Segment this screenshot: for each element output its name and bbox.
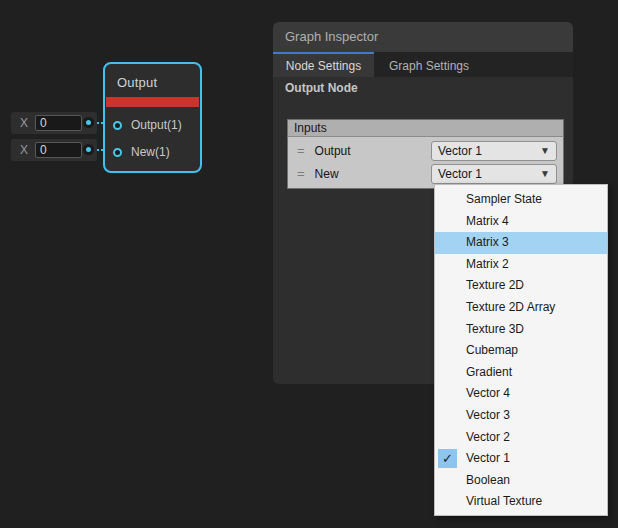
- menu-item-vector-4[interactable]: Vector 4: [435, 383, 607, 405]
- tab-graph-settings[interactable]: Graph Settings: [374, 52, 484, 77]
- input-name-new[interactable]: New: [315, 167, 431, 181]
- menu-item-matrix-2[interactable]: Matrix 2: [435, 254, 607, 276]
- node-color-bar: [106, 97, 199, 107]
- x-axis-label: X: [20, 116, 28, 130]
- widget-port-icon[interactable]: [83, 144, 94, 155]
- input-port-icon[interactable]: [113, 148, 122, 157]
- x-axis-label: X: [20, 143, 28, 157]
- menu-item-texture-2d-array[interactable]: Texture 2D Array: [435, 297, 607, 319]
- widget-port-icon[interactable]: [83, 117, 94, 128]
- inspector-heading: Output Node: [285, 81, 358, 95]
- inputs-list: Inputs = Output Vector 1 ▼ = New Vector …: [287, 119, 564, 189]
- input-row-output: = Output Vector 1 ▼: [288, 139, 563, 162]
- inputs-list-rows: = Output Vector 1 ▼ = New Vector 1 ▼: [287, 137, 564, 189]
- node-port-row: Output(1): [113, 116, 182, 134]
- value-field-output[interactable]: 0: [35, 115, 82, 131]
- node-title: Output: [117, 75, 157, 90]
- port-dot-icon: [86, 147, 91, 152]
- menu-item-label: Vector 1: [466, 451, 510, 465]
- menu-item-matrix-4[interactable]: Matrix 4: [435, 211, 607, 233]
- menu-item-vector-2[interactable]: Vector 2: [435, 427, 607, 449]
- menu-item-virtual-texture[interactable]: Virtual Texture: [435, 491, 607, 513]
- type-dropdown-menu: Sampler State Matrix 4 Matrix 3 Matrix 2…: [434, 184, 608, 516]
- menu-item-texture-2d[interactable]: Texture 2D: [435, 275, 607, 297]
- inspector-title-bar[interactable]: Graph Inspector: [273, 22, 573, 52]
- menu-item-vector-3[interactable]: Vector 3: [435, 405, 607, 427]
- menu-item-sampler-state[interactable]: Sampler State: [435, 189, 607, 211]
- caret-down-icon: ▼: [540, 145, 550, 156]
- type-dropdown-output[interactable]: Vector 1 ▼: [431, 141, 557, 161]
- menu-item-vector-1[interactable]: ✓ Vector 1: [435, 448, 607, 470]
- inspector-tab-row: Node Settings Graph Settings: [273, 52, 573, 77]
- menu-item-cubemap[interactable]: Cubemap: [435, 340, 607, 362]
- input-row-new: = New Vector 1 ▼: [288, 162, 563, 185]
- caret-down-icon: ▼: [540, 168, 550, 179]
- node-port-row: New(1): [113, 143, 170, 161]
- value-field-new[interactable]: 0: [35, 142, 82, 158]
- menu-item-texture-3d[interactable]: Texture 3D: [435, 319, 607, 341]
- menu-item-gradient[interactable]: Gradient: [435, 362, 607, 384]
- port-label: New(1): [131, 145, 170, 159]
- port-label: Output(1): [131, 118, 182, 132]
- dropdown-value: Vector 1: [438, 144, 482, 158]
- drag-handle-icon[interactable]: =: [297, 166, 305, 181]
- tab-node-settings[interactable]: Node Settings: [273, 52, 374, 77]
- input-port-icon[interactable]: [113, 121, 122, 130]
- output-node[interactable]: Output Output(1) New(1): [103, 62, 202, 173]
- dropdown-value: Vector 1: [438, 167, 482, 181]
- port-dot-icon: [86, 120, 91, 125]
- check-icon: ✓: [438, 449, 457, 468]
- drag-handle-icon[interactable]: =: [297, 143, 305, 158]
- menu-item-matrix-3[interactable]: Matrix 3: [435, 232, 607, 254]
- inputs-list-header: Inputs: [287, 119, 564, 137]
- menu-item-boolean[interactable]: Boolean: [435, 470, 607, 492]
- input-name-output[interactable]: Output: [315, 144, 431, 158]
- type-dropdown-new[interactable]: Vector 1 ▼: [431, 164, 557, 184]
